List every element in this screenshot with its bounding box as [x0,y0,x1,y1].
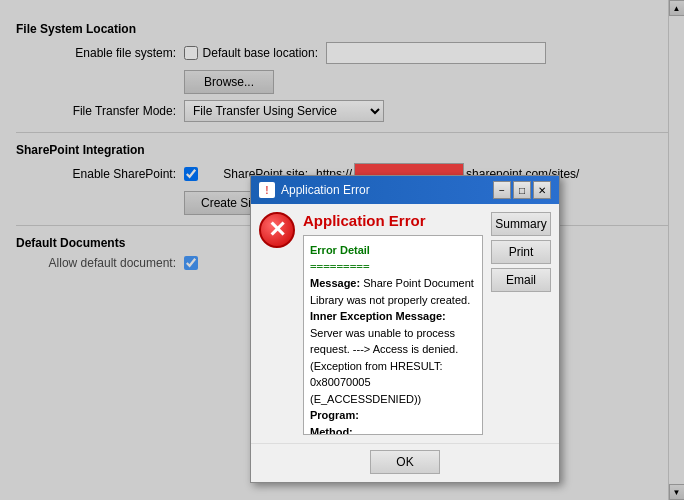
dialog-titlebar: ! Application Error − □ ✕ [251,176,559,204]
program-line: Program: [310,407,476,424]
email-button[interactable]: Email [491,268,551,292]
error-icon: ✕ [259,212,295,248]
restore-button[interactable]: □ [513,181,531,199]
method-label: Method: [310,426,353,436]
dialog-controls: − □ ✕ [493,181,551,199]
ok-button[interactable]: OK [370,450,440,474]
dialog-title-icon: ! [259,182,275,198]
print-button[interactable]: Print [491,240,551,264]
error-detail-header: Error Detail [310,242,476,259]
dialog-right: Summary Print Email [491,212,551,435]
error-dialog: ! Application Error − □ ✕ ✕ Application … [250,175,560,483]
method-line: Method: [310,424,476,436]
dialog-footer: OK [251,443,559,482]
dialog-title-left: ! Application Error [259,182,370,198]
dialog-icon-char: ! [265,185,268,196]
error-separator: ========= [310,259,476,276]
program-label: Program: [310,409,359,421]
dialog-center: Application Error Error Detail =========… [303,212,483,435]
close-button[interactable]: ✕ [533,181,551,199]
error-message-line: Message: Share Point Document Library wa… [310,275,476,308]
dialog-body: ✕ Application Error Error Detail =======… [251,204,559,443]
inner-exception-line: Inner Exception Message: Server was unab… [310,308,476,407]
error-title: Application Error [303,212,483,229]
message-label: Message: [310,277,360,289]
dialog-left: ✕ [259,212,295,435]
inner-exception-label: Inner Exception Message: [310,310,446,322]
error-content-scroll[interactable]: Error Detail ========= Message: Share Po… [303,235,483,435]
dialog-title-text: Application Error [281,183,370,197]
error-x-char: ✕ [268,219,286,241]
inner-exception-text: Server was unable to process request. --… [310,327,458,405]
minimize-button[interactable]: − [493,181,511,199]
summary-button[interactable]: Summary [491,212,551,236]
